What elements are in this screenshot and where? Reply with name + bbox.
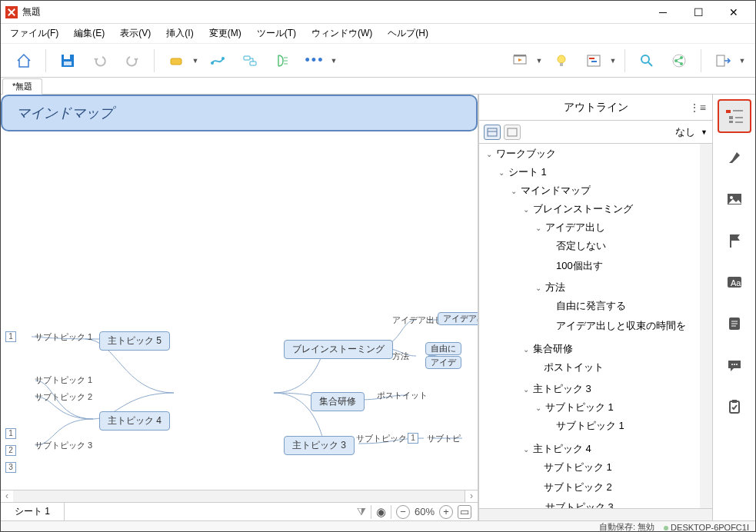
- zoom-in-button[interactable]: +: [439, 505, 453, 519]
- relationship-button[interactable]: [204, 47, 231, 75]
- tree-item[interactable]: アイデア出し: [544, 221, 605, 234]
- central-topic[interactable]: マインドマップ: [1, 95, 478, 131]
- tree-item[interactable]: 集合研修: [531, 342, 573, 356]
- presentation-button[interactable]: [506, 47, 534, 75]
- share-button[interactable]: [665, 47, 693, 75]
- collapse-marker[interactable]: 1: [5, 428, 16, 439]
- tree-item[interactable]: サブトピック 1: [555, 419, 624, 433]
- gantt-dropdown[interactable]: ▼: [609, 57, 617, 65]
- side-marker-button[interactable]: [718, 224, 751, 258]
- side-outline-button[interactable]: [718, 99, 751, 133]
- minimize-button[interactable]: ─: [651, 2, 675, 22]
- tree-item[interactable]: ポストイット: [542, 361, 604, 374]
- side-font-button[interactable]: Aa: [718, 265, 751, 299]
- brainstorm-button[interactable]: [548, 47, 575, 75]
- side-task-button[interactable]: [718, 390, 751, 424]
- export-button[interactable]: [709, 47, 737, 75]
- subtopic-label[interactable]: サブトピック 1: [35, 374, 92, 386]
- tree-item[interactable]: アイデア出しと収束の時間を: [555, 319, 686, 333]
- tree-item[interactable]: 主トピック 4: [531, 442, 591, 456]
- tree-item[interactable]: 否定しない: [555, 239, 606, 253]
- outline-filter-value[interactable]: なし: [675, 125, 695, 139]
- redo-button[interactable]: [118, 47, 146, 75]
- outline-filter-dropdown[interactable]: ▼: [701, 128, 708, 136]
- topic-button[interactable]: [162, 47, 190, 75]
- tree-item[interactable]: サブトピック 2: [542, 480, 612, 494]
- menu-tools[interactable]: ツール(T): [252, 24, 301, 43]
- subtopic-label[interactable]: サブトピック 2: [35, 391, 92, 403]
- method-label[interactable]: 方法: [392, 351, 409, 362]
- boundary-button[interactable]: [236, 47, 264, 75]
- group-training-node[interactable]: 集合研修: [311, 392, 365, 411]
- tree-item[interactable]: 方法: [544, 281, 565, 294]
- more-dropdown[interactable]: ▼: [330, 57, 338, 65]
- tree-item[interactable]: サブトピック 1: [544, 401, 614, 414]
- subtopic-label[interactable]: サブトピック 3: [35, 440, 92, 451]
- cut-node[interactable]: アイデ: [425, 356, 461, 369]
- save-button[interactable]: [54, 47, 82, 75]
- tree-item[interactable]: ワークブック: [495, 147, 556, 161]
- cut-node[interactable]: 自由に: [425, 342, 461, 355]
- zoom-out-button[interactable]: −: [396, 505, 410, 519]
- summary-button[interactable]: [268, 47, 296, 75]
- outline-view-card-button[interactable]: [484, 125, 501, 140]
- zoom-fit-button[interactable]: ▭: [458, 505, 471, 519]
- search-button[interactable]: [633, 47, 661, 75]
- tree-item[interactable]: サブトピック 3: [544, 500, 614, 508]
- menu-edit[interactable]: 編集(E): [69, 24, 109, 43]
- tree-item[interactable]: 100個出す: [555, 259, 603, 273]
- undo-button[interactable]: [86, 47, 114, 75]
- outline-v-scrollbar[interactable]: [700, 144, 712, 508]
- side-comments-button[interactable]: [718, 348, 751, 382]
- postit-label[interactable]: ポストイット: [377, 390, 428, 401]
- collapse-marker[interactable]: 3: [5, 462, 16, 473]
- menu-modify[interactable]: 変更(M): [205, 24, 246, 43]
- side-image-button[interactable]: [718, 182, 751, 216]
- cut-node[interactable]: アイデア出し: [438, 312, 478, 325]
- more-button[interactable]: •••: [301, 47, 328, 75]
- tree-item[interactable]: マインドマップ: [519, 184, 591, 198]
- menu-view[interactable]: 表示(V): [115, 24, 155, 43]
- outline-view-list-button[interactable]: [504, 125, 521, 140]
- collapse-marker[interactable]: 1: [408, 433, 418, 444]
- zoom-level[interactable]: 60%: [415, 506, 435, 517]
- eye-icon[interactable]: ◉: [376, 505, 386, 519]
- scroll-left-button[interactable]: ‹: [1, 490, 13, 502]
- outline-h-scrollbar[interactable]: [479, 508, 712, 520]
- close-button[interactable]: ✕: [721, 2, 746, 22]
- gantt-button[interactable]: [580, 47, 608, 75]
- menu-insert[interactable]: 挿入(I): [162, 24, 198, 43]
- subtopic-label[interactable]: サブトピ: [427, 433, 461, 444]
- canvas-h-scrollbar[interactable]: [13, 490, 465, 503]
- side-notes-button[interactable]: [718, 307, 751, 341]
- sheet-tab[interactable]: シート 1: [1, 503, 65, 520]
- collapse-marker[interactable]: 1: [5, 331, 16, 342]
- idea-label[interactable]: アイデア出し: [392, 314, 443, 326]
- menu-window[interactable]: ウィンドウ(W): [307, 24, 377, 43]
- tree-item[interactable]: 自由に発言する: [555, 299, 626, 313]
- menu-file[interactable]: ファイル(F): [5, 24, 63, 43]
- menu-help[interactable]: ヘルプ(H): [383, 24, 433, 43]
- maximize-button[interactable]: ☐: [686, 2, 711, 22]
- home-button[interactable]: [10, 47, 38, 75]
- tree-item[interactable]: ブレインストーミング: [531, 202, 633, 216]
- export-dropdown[interactable]: ▼: [738, 57, 746, 65]
- tree-item[interactable]: サブトピック 1: [542, 461, 612, 474]
- subtopic-label[interactable]: サブトピック 1: [356, 433, 414, 444]
- subtopic-label[interactable]: サブトピック 1: [35, 331, 92, 343]
- tree-item[interactable]: 主トピック 3: [531, 382, 591, 396]
- outline-menu-icon[interactable]: ⋮≡: [689, 101, 706, 114]
- topic-3[interactable]: 主トピック 3: [284, 436, 355, 455]
- brainstorming-node[interactable]: ブレインストーミング: [284, 340, 393, 359]
- outline-tree[interactable]: ⌄ワークブック ⌄シート 1 ⌄マインドマップ ⌄ブレインストーミング ⌄アイデ…: [479, 144, 700, 508]
- topic-5[interactable]: 主トピック 5: [99, 331, 170, 351]
- side-format-button[interactable]: [718, 141, 751, 175]
- document-tab[interactable]: *無題: [2, 78, 42, 95]
- presentation-dropdown[interactable]: ▼: [535, 57, 543, 65]
- filter-icon[interactable]: ⧩: [357, 505, 366, 518]
- mindmap-canvas[interactable]: マインドマップ 主トピック 5 主トピック 4 主トピック 3 ブレインストーミ…: [1, 95, 478, 490]
- topic-4[interactable]: 主トピック 4: [99, 411, 170, 431]
- topic-dropdown[interactable]: ▼: [191, 57, 199, 65]
- collapse-marker[interactable]: 2: [5, 445, 16, 456]
- tree-item[interactable]: シート 1: [507, 165, 547, 179]
